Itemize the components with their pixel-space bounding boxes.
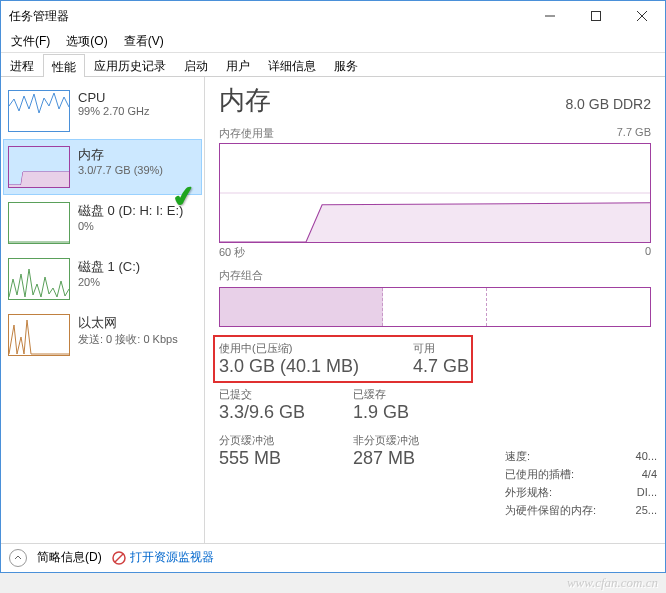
- form-value: DI...: [637, 483, 657, 501]
- speed-label: 速度:: [505, 447, 530, 465]
- titlebar: 任务管理器: [1, 1, 665, 31]
- form-label: 外形规格:: [505, 483, 552, 501]
- memory-usage-chart: [219, 143, 651, 243]
- sidebar-memory-name: 内存: [78, 146, 197, 164]
- usage-chart-label: 内存使用量: [219, 126, 274, 141]
- nonpaged-label: 非分页缓冲池: [353, 433, 419, 448]
- disk0-thumbnail: [8, 202, 70, 244]
- tab-performance[interactable]: 性能: [43, 54, 85, 77]
- watermark: www.cfan.com.cn: [567, 575, 658, 591]
- memory-spec: 8.0 GB DDR2: [565, 96, 651, 112]
- committed-value: 3.3/9.6 GB: [219, 402, 329, 423]
- in-use-value: 3.0 GB (40.1 MB): [219, 356, 389, 377]
- window-title: 任务管理器: [9, 8, 527, 25]
- maximize-button[interactable]: [573, 1, 619, 31]
- sidebar-cpu-name: CPU: [78, 90, 197, 105]
- close-button[interactable]: [619, 1, 665, 31]
- disk1-thumbnail: [8, 258, 70, 300]
- ethernet-thumbnail: [8, 314, 70, 356]
- sidebar-ethernet-detail: 发送: 0 接收: 0 Kbps: [78, 332, 197, 347]
- memory-thumbnail: [8, 146, 70, 188]
- tab-app-history[interactable]: 应用历史记录: [85, 53, 175, 76]
- tab-services[interactable]: 服务: [325, 53, 367, 76]
- reserved-value: 25...: [636, 501, 657, 519]
- committed-label: 已提交: [219, 387, 329, 402]
- sidebar-disk0-detail: 0%: [78, 220, 197, 232]
- cached-value: 1.9 GB: [353, 402, 409, 423]
- tab-startup[interactable]: 启动: [175, 53, 217, 76]
- menu-view[interactable]: 查看(V): [118, 31, 170, 52]
- svg-rect-1: [592, 12, 601, 21]
- slots-value: 4/4: [642, 465, 657, 483]
- sidebar-ethernet-name: 以太网: [78, 314, 197, 332]
- speed-value: 40...: [636, 447, 657, 465]
- brief-info-link[interactable]: 简略信息(D): [37, 549, 102, 566]
- sidebar-item-disk1[interactable]: 磁盘 1 (C:) 20%: [3, 251, 202, 307]
- page-title: 内存: [219, 83, 271, 118]
- menu-bar: 文件(F) 选项(O) 查看(V): [1, 31, 665, 53]
- svg-line-8: [115, 554, 123, 562]
- tab-users[interactable]: 用户: [217, 53, 259, 76]
- memory-composition-chart: [219, 287, 651, 327]
- task-manager-window: 任务管理器 文件(F) 选项(O) 查看(V) 进程 性能 应用历史记录 启动 …: [0, 0, 666, 573]
- footer-bar: 简略信息(D) 打开资源监视器: [1, 543, 665, 571]
- resource-monitor-link[interactable]: 打开资源监视器: [112, 549, 214, 566]
- sidebar-cpu-detail: 99% 2.70 GHz: [78, 105, 197, 117]
- cached-label: 已缓存: [353, 387, 409, 402]
- collapse-button[interactable]: [9, 549, 27, 567]
- minimize-button[interactable]: [527, 1, 573, 31]
- tab-details[interactable]: 详细信息: [259, 53, 325, 76]
- memory-info-table: 速度:40... 已使用的插槽:4/4 外形规格:DI... 为硬件保留的内存:…: [505, 447, 657, 519]
- content-area: CPU 99% 2.70 GHz 内存 3.0/7.7 GB (39%): [1, 77, 665, 543]
- main-panel: 内存 8.0 GB DDR2 内存使用量 7.7 GB 60 秒 0 内存组合: [205, 77, 665, 543]
- usage-chart-max: 7.7 GB: [617, 126, 651, 141]
- sidebar-disk1-name: 磁盘 1 (C:): [78, 258, 197, 276]
- paged-value: 555 MB: [219, 448, 329, 469]
- tab-bar: 进程 性能 应用历史记录 启动 用户 详细信息 服务: [1, 53, 665, 77]
- axis-right: 0: [645, 245, 651, 260]
- in-use-label: 使用中(已压缩): [219, 341, 389, 356]
- available-value: 4.7 GB: [413, 356, 469, 377]
- cpu-thumbnail: [8, 90, 70, 132]
- sidebar-item-ethernet[interactable]: 以太网 发送: 0 接收: 0 Kbps: [3, 307, 202, 363]
- menu-options[interactable]: 选项(O): [60, 31, 113, 52]
- menu-file[interactable]: 文件(F): [5, 31, 56, 52]
- nonpaged-value: 287 MB: [353, 448, 419, 469]
- tab-processes[interactable]: 进程: [1, 53, 43, 76]
- performance-sidebar: CPU 99% 2.70 GHz 内存 3.0/7.7 GB (39%): [1, 77, 205, 543]
- paged-label: 分页缓冲池: [219, 433, 329, 448]
- axis-left: 60 秒: [219, 245, 245, 260]
- no-entry-icon: [112, 551, 126, 565]
- sidebar-disk1-detail: 20%: [78, 276, 197, 288]
- svg-marker-6: [220, 203, 650, 242]
- reserved-label: 为硬件保留的内存:: [505, 501, 596, 519]
- slots-label: 已使用的插槽:: [505, 465, 574, 483]
- available-label: 可用: [413, 341, 469, 356]
- sidebar-memory-detail: 3.0/7.7 GB (39%): [78, 164, 197, 176]
- sidebar-item-cpu[interactable]: CPU 99% 2.70 GHz: [3, 83, 202, 139]
- composition-label: 内存组合: [219, 268, 263, 283]
